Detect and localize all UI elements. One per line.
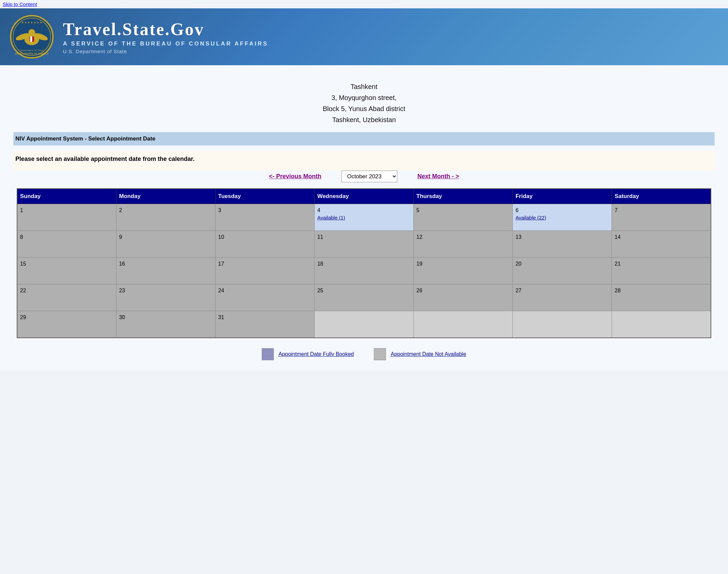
next-month-link[interactable]: Next Month - >: [417, 173, 459, 180]
calendar-week-row: 891011121314: [17, 231, 711, 257]
calendar-day-cell: [612, 311, 711, 338]
calendar-week-row: 1234Available (1)56Available (22)7: [17, 204, 711, 231]
location-line1: Tashkent: [13, 81, 715, 92]
calendar-week-row: 293031: [17, 311, 711, 338]
calendar-day-cell: 9: [116, 231, 215, 257]
calendar-day-cell: 11: [314, 231, 413, 257]
calendar-day-cell: 20: [513, 257, 612, 284]
location-line3: Block 5, Yunus Abad district: [13, 104, 715, 114]
header-banner: ★ ★ ★ ★ ★ ★ ★ UNITED STATES OF AMERICA D…: [0, 8, 728, 65]
month-select[interactable]: October 2023November 2023December 2023: [341, 171, 397, 182]
calendar-day-cell: 27: [513, 284, 612, 311]
calendar-day-cell: 13: [513, 231, 612, 257]
svg-text:UNITED STATES OF AMERICA: UNITED STATES OF AMERICA: [15, 52, 49, 55]
booked-color-swatch: [262, 348, 274, 360]
calendar-day-cell: 31: [215, 311, 314, 338]
calendar-day-cell[interactable]: 6Available (22): [513, 204, 612, 231]
calendar-day-cell: 29: [17, 311, 116, 338]
calendar-day-cell: 26: [414, 284, 513, 311]
calendar-header-row: Sunday Monday Tuesday Wednesday Thursday…: [17, 189, 711, 204]
not-avail-color-swatch: [374, 348, 386, 360]
state-department-seal: ★ ★ ★ ★ ★ ★ ★ UNITED STATES OF AMERICA D…: [10, 15, 53, 58]
location-info: Tashkent 3, Moyqurghon street, Block 5, …: [13, 72, 715, 132]
calendar-day-cell: 14: [612, 231, 711, 257]
calendar-day-cell: 15: [17, 257, 116, 284]
location-line2: 3, Moyqurghon street,: [13, 92, 715, 104]
col-header-sunday: Sunday: [17, 189, 116, 204]
calendar-day-cell: 1: [17, 204, 116, 231]
calendar-day-cell: 19: [414, 257, 513, 284]
prev-month-link[interactable]: <- Previous Month: [269, 173, 321, 180]
calendar-day-cell: 18: [314, 257, 413, 284]
calendar-day-cell: 22: [17, 284, 116, 311]
calendar-day-cell: 10: [215, 231, 314, 257]
calendar-day-cell: 24: [215, 284, 314, 311]
calendar-week-row: 22232425262728: [17, 284, 711, 311]
col-header-monday: Monday: [116, 189, 215, 204]
calendar-day-cell: 2: [116, 204, 215, 231]
available-date-link[interactable]: Available (22): [515, 215, 546, 220]
instruction-text: Please select an available appointment d…: [13, 151, 715, 171]
col-header-wednesday: Wednesday: [314, 189, 413, 204]
calendar-day-cell: [414, 311, 513, 338]
svg-rect-7: [30, 36, 31, 42]
svg-text:DEPARTMENT OF STATE: DEPARTMENT OF STATE: [20, 49, 44, 51]
calendar-day-cell: [314, 311, 413, 338]
calendar-day-cell: 28: [612, 284, 711, 311]
site-subtitle: A SERVICE OF THE BUREAU OF CONSULAR AFFA…: [63, 40, 268, 47]
skip-to-content-link[interactable]: Skip to Content: [0, 0, 40, 8]
col-header-friday: Friday: [513, 189, 612, 204]
site-title: Travel.State.Gov: [63, 19, 268, 39]
col-header-saturday: Saturday: [612, 189, 711, 204]
site-dept: U.S. Department of State: [63, 48, 268, 54]
calendar-day-cell: 21: [612, 257, 711, 284]
calendar-day-cell: 16: [116, 257, 215, 284]
calendar-day-cell: 8: [17, 231, 116, 257]
calendar-day-cell: 7: [612, 204, 711, 231]
legend-booked: Appointment Date Fully Booked: [262, 348, 354, 360]
col-header-thursday: Thursday: [414, 189, 513, 204]
header-text-block: Travel.State.Gov A SERVICE OF THE BUREAU…: [63, 19, 268, 54]
calendar-day-cell: 30: [116, 311, 215, 338]
calendar-day-cell: 3: [215, 204, 314, 231]
calendar-legend: Appointment Date Fully Booked Appointmen…: [13, 345, 715, 364]
calendar-day-cell: 23: [116, 284, 215, 311]
calendar-wrapper: Sunday Monday Tuesday Wednesday Thursday…: [13, 188, 715, 338]
not-avail-legend-link[interactable]: Appointment Date Not Available: [391, 351, 466, 357]
section-title-text: NIV Appointment System - Select Appointm…: [15, 135, 155, 142]
calendar-table: Sunday Monday Tuesday Wednesday Thursday…: [17, 188, 711, 338]
calendar-navigation: <- Previous Month October 2023November 2…: [13, 171, 715, 182]
location-line4: Tashkent, Uzbekistan: [13, 114, 715, 125]
calendar-day-cell: 12: [414, 231, 513, 257]
calendar-day-cell: [513, 311, 612, 338]
calendar-day-cell[interactable]: 4Available (1): [314, 204, 413, 231]
calendar-day-cell: 17: [215, 257, 314, 284]
calendar-week-row: 15161718192021: [17, 257, 711, 284]
section-title-bar: NIV Appointment System - Select Appointm…: [13, 132, 715, 146]
svg-point-5: [29, 29, 35, 36]
svg-text:★ ★ ★ ★ ★ ★ ★: ★ ★ ★ ★ ★ ★ ★: [22, 21, 42, 24]
calendar-day-cell: 5: [414, 204, 513, 231]
available-date-link[interactable]: Available (1): [317, 215, 345, 220]
legend-not-available: Appointment Date Not Available: [374, 348, 466, 360]
svg-rect-8: [31, 36, 32, 42]
col-header-tuesday: Tuesday: [215, 189, 314, 204]
booked-legend-link[interactable]: Appointment Date Fully Booked: [278, 351, 354, 357]
calendar-day-cell: 25: [314, 284, 413, 311]
